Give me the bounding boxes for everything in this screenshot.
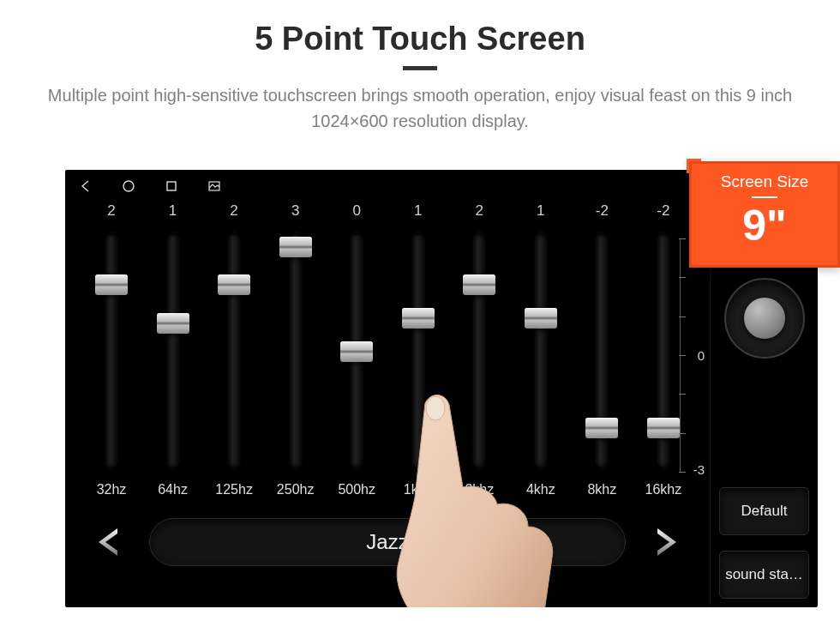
slider-value: 2 [476, 202, 483, 226]
slider-freq-label: 125hz [215, 482, 253, 497]
slider-track[interactable] [526, 232, 555, 470]
default-button[interactable]: Default [719, 487, 809, 535]
slider-track[interactable] [97, 232, 126, 470]
slider-track[interactable] [342, 232, 371, 470]
slider-value: 2 [230, 202, 237, 226]
gallery-icon[interactable] [207, 179, 221, 193]
slider-freq-label: 4khz [526, 482, 555, 497]
slider-freq-label: 8khz [587, 482, 616, 497]
slider-thumb[interactable] [585, 418, 618, 438]
slider-value: 0 [352, 202, 360, 226]
slider-freq-label: 2khz [465, 482, 494, 497]
page-subtitle: Multiple point high-sensitive touchscree… [0, 82, 840, 134]
slider-track[interactable] [219, 232, 249, 470]
back-icon[interactable] [79, 179, 93, 193]
slider-track[interactable] [649, 232, 678, 470]
slider-value: 2 [107, 202, 115, 226]
slider-freq-label: 1khz [404, 482, 433, 497]
slider-freq-label: 32hz [97, 482, 127, 497]
eq-slider-4khz[interactable]: 14khz [517, 202, 565, 497]
screen-size-badge: Screen Size 9" [689, 161, 840, 268]
balance-dial[interactable] [724, 278, 805, 359]
slider-value: 3 [291, 202, 299, 226]
slider-freq-label: 500hz [338, 482, 375, 497]
dial-knob [744, 298, 785, 339]
eq-slider-250hz[interactable]: 3250hz [272, 202, 320, 497]
eq-scale: 3 0 -3 [675, 238, 705, 472]
slider-freq-label: 64hz [158, 482, 188, 497]
badge-label: Screen Size [704, 172, 825, 191]
preset-name[interactable]: Jazz [149, 518, 626, 566]
slider-thumb[interactable] [340, 341, 373, 362]
slider-thumb[interactable] [279, 237, 312, 257]
eq-slider-2khz[interactable]: 22khz [455, 202, 503, 497]
slider-track[interactable] [404, 232, 433, 470]
scale-min: -3 [693, 462, 705, 477]
slider-freq-label: 250hz [277, 482, 315, 497]
slider-value: 1 [537, 202, 544, 226]
slider-value: 1 [414, 202, 422, 226]
svg-point-0 [123, 181, 134, 191]
scale-mid: 0 [698, 348, 705, 363]
slider-freq-label: 16khz [645, 482, 682, 497]
eq-slider-500hz[interactable]: 0500hz [333, 202, 381, 497]
eq-slider-125hz[interactable]: 2125hz [210, 202, 258, 497]
slider-thumb[interactable] [525, 308, 557, 329]
equalizer-panel: 232hz164hz2125hz3250hz0500hz11khz22khz14… [65, 202, 710, 607]
eq-slider-64hz[interactable]: 164hz [149, 202, 197, 497]
eq-slider-32hz[interactable]: 232hz [87, 202, 135, 497]
slider-thumb[interactable] [402, 308, 435, 329]
svg-rect-1 [167, 182, 176, 190]
eq-slider-8khz[interactable]: -28khz [578, 202, 626, 497]
slider-track[interactable] [587, 232, 616, 470]
slider-thumb[interactable] [157, 313, 189, 334]
badge-underline [752, 196, 777, 198]
title-underline [403, 66, 437, 70]
badge-value: 9" [704, 200, 825, 251]
preset-prev-button[interactable] [89, 522, 129, 562]
slider-track[interactable] [465, 232, 494, 470]
slider-value: -2 [657, 202, 669, 226]
sound-stage-button[interactable]: sound sta… [719, 551, 809, 599]
slider-thumb[interactable] [218, 274, 250, 295]
preset-next-button[interactable] [646, 522, 686, 562]
page-title: 5 Point Touch Screen [0, 21, 840, 57]
slider-track[interactable] [281, 232, 310, 470]
slider-thumb[interactable] [95, 274, 128, 295]
recent-icon[interactable] [165, 179, 178, 193]
slider-value: -2 [596, 202, 609, 226]
slider-thumb[interactable] [463, 274, 495, 295]
slider-value: 1 [169, 202, 177, 226]
home-icon[interactable] [122, 179, 135, 193]
slider-track[interactable] [159, 232, 188, 470]
eq-slider-1khz[interactable]: 11khz [394, 202, 442, 497]
